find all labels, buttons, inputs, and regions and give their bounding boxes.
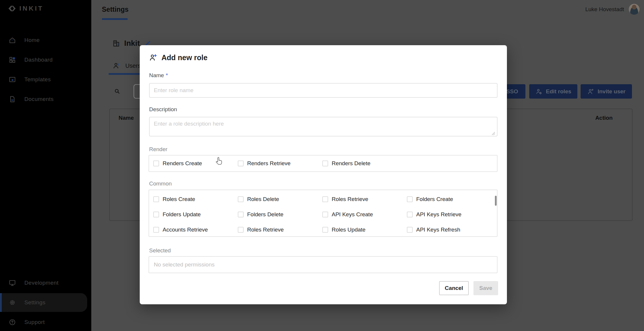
permission-item[interactable]: Accounts Retrieve [153,227,238,233]
brand-logo: INKIT [8,5,43,12]
checkbox[interactable] [322,212,328,217]
hand-cursor [215,157,223,166]
checkbox[interactable] [322,196,328,202]
sidebar-item-label: Templates [24,76,51,83]
avatar[interactable] [629,4,640,15]
save-button[interactable]: Save [473,281,498,295]
permission-item[interactable]: Roles Create [153,196,238,202]
org-icon [112,40,120,47]
modal-title: Add new role [161,53,208,62]
permission-item[interactable]: Folders Delete [238,211,322,218]
home-icon [9,36,16,44]
permission-renders-delete[interactable]: Renders Delete [322,160,407,167]
permission-item[interactable]: Folders Update [153,211,238,218]
common-box-scrollbar[interactable] [495,196,497,206]
permission-item[interactable]: Folders Create [407,196,491,202]
tab-active-underline [109,73,143,75]
permission-item[interactable]: Roles Retrieve [322,196,407,202]
selected-permissions-box: No selected permissions [149,256,498,273]
checkbox[interactable] [407,196,413,202]
user-name: Luke Hovestadt [585,6,624,13]
checkbox[interactable] [238,227,244,233]
checkbox[interactable] [238,212,244,217]
sso-button-label: SSO [506,88,518,95]
checkbox[interactable] [238,196,244,202]
required-asterisk: * [166,72,168,78]
checkbox[interactable] [322,161,328,166]
cancel-button[interactable]: Cancel [439,281,469,295]
table-header-action: Action [595,115,613,121]
sidebar-item-settings[interactable]: Settings [0,293,87,312]
org-name: Inkit [124,39,140,48]
sidebar-item-dashboard[interactable]: Dashboard [0,50,91,70]
settings-icon [9,299,16,306]
sidebar-item-label: Settings [24,299,45,306]
edit-roles-icon [535,88,542,95]
sidebar-item-templates[interactable]: Templates [0,70,91,89]
tab-users-label: Users [125,63,141,69]
checkbox[interactable] [407,212,413,217]
sidebar-item-documents[interactable]: Documents [0,89,91,109]
permission-item[interactable]: Roles Retrieve [238,227,322,233]
permission-renders-create[interactable]: Renders Create [153,160,238,167]
selected-section-label: Selected [149,247,171,254]
role-name-input[interactable] [149,83,498,98]
permission-item[interactable]: Roles Delete [238,196,322,202]
development-icon [9,279,16,287]
brand-icon [8,5,16,12]
description-label: Description [149,106,177,113]
modal-header: Add new role [149,53,208,62]
dashboard-icon [9,56,16,64]
invite-user-button[interactable]: Invite user [581,84,632,99]
sidebar-item-label: Development [24,280,58,286]
search-icon[interactable] [114,88,120,96]
permission-item[interactable]: Roles Update [322,227,407,233]
permission-renders-retrieve[interactable]: Renders Retrieve [238,160,322,167]
topbar: Settings Luke Hovestadt [91,0,644,19]
checkbox[interactable] [322,227,328,233]
invite-user-button-label: Invite user [598,88,626,95]
users-tab-icon [112,62,120,70]
render-permissions-box: Renders Create Renders Retrieve Renders … [149,155,498,172]
tab-users[interactable]: Users [112,62,141,70]
sidebar-item-development[interactable]: Development [0,273,91,293]
templates-icon [9,76,16,83]
documents-icon [9,95,16,103]
sidebar-item-label: Documents [24,96,54,102]
sidebar: INKIT Home Dashboard [0,0,91,331]
edit-roles-button[interactable]: Edit roles [529,84,577,99]
permission-item[interactable]: API Keys Create [322,211,407,218]
page-title-underline [102,18,128,20]
checkbox[interactable] [153,161,159,166]
brand-name: INKIT [19,5,43,12]
permission-item[interactable]: API Keys Refresh [407,227,491,233]
app-window: INKIT Home Dashboard [0,0,644,331]
checkbox[interactable] [153,196,159,202]
checkbox[interactable] [153,227,159,233]
user-menu[interactable]: Luke Hovestadt [585,4,640,15]
name-label: Name* [149,72,168,79]
textarea-resize-handle[interactable] [491,131,495,136]
permission-item[interactable]: API Keys Retrieve [407,211,491,218]
render-section-label: Render [149,146,167,153]
add-role-modal: Add new role Name* Description Render Re… [140,45,507,304]
edit-roles-button-label: Edit roles [546,88,571,95]
table-header-name: Name [119,115,134,121]
sidebar-nav: Home Dashboard Templates [0,30,91,109]
checkbox[interactable] [153,212,159,217]
sidebar-nav-bottom: Development Settings Support [0,273,91,331]
sidebar-item-label: Home [24,37,40,43]
common-section-label: Common [149,180,172,187]
sidebar-item-home[interactable]: Home [0,30,91,50]
add-role-icon [149,54,157,62]
sidebar-item-label: Support [24,319,45,325]
checkbox[interactable] [407,227,413,233]
common-permissions-box: Roles Create Roles Delete Roles Retrieve… [149,190,498,237]
invite-user-icon [587,88,594,95]
role-description-textarea[interactable] [149,117,498,136]
sidebar-item-support[interactable]: Support [0,312,91,331]
checkbox[interactable] [238,161,244,166]
support-icon [9,318,16,326]
selected-empty-text: No selected permissions [154,261,215,268]
page-title: Settings [102,6,129,13]
